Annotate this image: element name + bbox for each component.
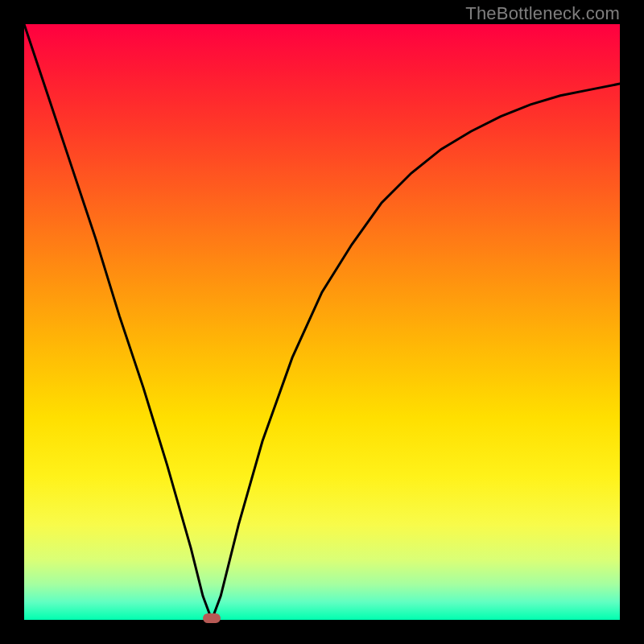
bottleneck-curve-path <box>24 24 620 620</box>
optimal-point-marker <box>203 613 221 623</box>
watermark-text: TheBottleneck.com <box>465 3 620 24</box>
plot-area <box>24 24 620 620</box>
curve-svg <box>24 24 620 620</box>
chart-frame: TheBottleneck.com <box>0 0 644 644</box>
